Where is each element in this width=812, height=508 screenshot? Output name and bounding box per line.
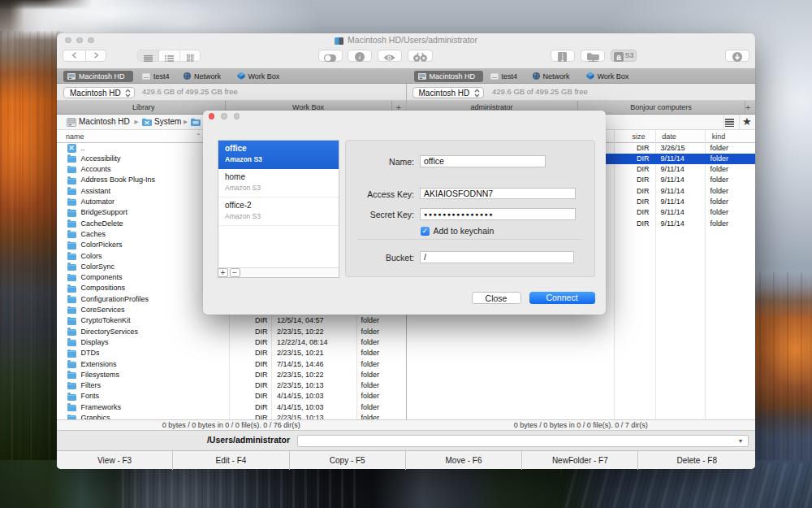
svg-text:a: a bbox=[616, 52, 621, 61]
